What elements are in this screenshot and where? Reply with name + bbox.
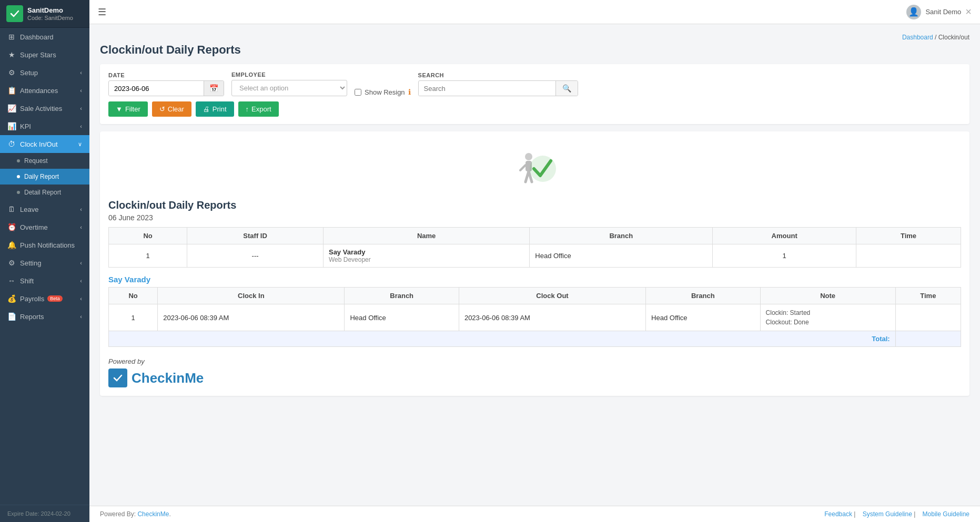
sidebar-label-attendances: Attendances: [20, 87, 58, 95]
sidebar-item-setup[interactable]: ⚙ Setup ‹: [0, 64, 89, 81]
sidebar-item-push-notifications[interactable]: 🔔 Push Notifications: [0, 236, 89, 254]
sale-activities-arrow: ‹: [80, 105, 82, 111]
user-area[interactable]: 👤 Sanit Demo: [906, 5, 961, 19]
show-resign-checkbox[interactable]: [355, 89, 361, 96]
print-button[interactable]: 🖨 Print: [196, 101, 234, 117]
employee-section-name[interactable]: Say Varady: [108, 275, 961, 284]
sidebar-item-sale-activities[interactable]: 📈 Sale Activities ‹: [0, 99, 89, 117]
note-line1: Clockin: Started: [766, 308, 890, 318]
clock-inout-arrow: ∨: [78, 141, 82, 148]
content-area: Dashboard / Clockin/out Clockin/out Dail…: [89, 24, 980, 506]
clear-icon: ↺: [159, 105, 165, 113]
sidebar-subitem-request[interactable]: Request: [0, 153, 89, 169]
breadcrumb: Dashboard / Clockin/out: [100, 34, 969, 41]
sidebar-label-dashboard: Dashboard: [20, 33, 54, 41]
show-resign-info-icon[interactable]: ℹ: [408, 88, 411, 96]
footer-feedback-link[interactable]: Feedback: [824, 510, 852, 518]
cell-branch: Head Office: [530, 244, 713, 268]
breadcrumb-separator: /: [935, 34, 938, 41]
col-time: Time: [856, 228, 961, 244]
detail-col-branch-in: Branch: [345, 288, 459, 304]
sidebar-label-sale-activities: Sale Activities: [20, 105, 62, 112]
sidebar-label-setting: Setting: [20, 259, 41, 267]
sidebar-item-leave[interactable]: 🗓 Leave ‹: [0, 200, 89, 218]
close-button[interactable]: ×: [965, 6, 972, 18]
detail-cell-branch-in: Head Office: [345, 304, 459, 331]
employee-label: Employee: [231, 71, 347, 78]
sidebar-subitem-daily-report[interactable]: Daily Report: [0, 169, 89, 185]
cell-no: 1: [109, 244, 187, 268]
detail-col-clock-in: Clock In: [158, 288, 345, 304]
calendar-icon[interactable]: 📅: [204, 81, 224, 96]
breadcrumb-home[interactable]: Dashboard: [902, 34, 933, 41]
svg-line-4: [520, 165, 526, 170]
sidebar-logo[interactable]: SanitDemo Code: SanitDemo: [0, 0, 89, 28]
powered-by-text: Powered by: [108, 357, 961, 365]
action-buttons: ▼ Filter ↺ Clear 🖨 Print ↑ Export: [108, 101, 961, 117]
sidebar-item-superstars[interactable]: ★ Super Stars: [0, 46, 89, 64]
export-button[interactable]: ↑ Export: [238, 101, 279, 117]
app-name: SanitDemo: [27, 6, 73, 15]
footer-sep1: |: [854, 510, 857, 518]
checkin-illustration: [514, 150, 556, 187]
footer-powered-by: Powered By:: [100, 510, 136, 518]
sidebar-item-dashboard[interactable]: ⊞ Dashboard: [0, 28, 89, 46]
search-button[interactable]: 🔍: [555, 81, 578, 96]
report-section: Clockin/out Daily Reports 06 June 2023 N…: [100, 131, 969, 396]
detail-table-header-row: No Clock In Branch Clock Out Branch Note…: [109, 288, 961, 304]
sale-activities-icon: 📈: [7, 104, 16, 112]
filter-icon: ▼: [116, 105, 123, 113]
detail-row: 1 2023-06-06 08:39 AM Head Office 2023-0…: [109, 304, 961, 331]
shift-icon: ↔: [7, 277, 16, 285]
detail-col-no: No: [109, 288, 158, 304]
leave-icon: 🗓: [7, 205, 16, 213]
table-row: 1 --- Say Varady Web Deveoper Head Offic…: [109, 244, 961, 268]
search-input[interactable]: [419, 81, 555, 96]
sidebar-label-reports: Reports: [20, 313, 44, 321]
footer-system-guideline-link[interactable]: System Guideline: [863, 510, 912, 518]
hamburger-icon[interactable]: ☰: [98, 6, 106, 18]
sidebar-label-payrolls: Payrolls: [20, 295, 44, 303]
sidebar-item-kpi[interactable]: 📊 KPI ‹: [0, 117, 89, 135]
clear-button[interactable]: ↺ Clear: [152, 101, 191, 117]
app-logo-icon: [6, 5, 23, 22]
footer-links: Feedback | System Guideline | Mobile Gui…: [819, 510, 969, 518]
reports-arrow: ‹: [80, 313, 82, 320]
sidebar-subitem-detail-report[interactable]: Detail Report: [0, 185, 89, 200]
employee-select[interactable]: Select an option: [231, 80, 347, 96]
filter-button[interactable]: ▼ Filter: [108, 101, 148, 117]
kpi-icon: 📊: [7, 122, 16, 130]
sidebar-item-payrolls[interactable]: 💰 Payrolls Beta ‹: [0, 290, 89, 308]
footer-mobile-guideline-link[interactable]: Mobile Guideline: [923, 510, 969, 518]
dashboard-icon: ⊞: [7, 33, 16, 41]
detail-cell-time: [895, 304, 961, 331]
checkinme-brand-text: CheckinMe: [132, 370, 204, 386]
employee-full-name: Say Varady: [329, 248, 524, 256]
detail-cell-clock-out: 2023-06-06 08:39 AM: [459, 304, 645, 331]
sidebar-item-shift[interactable]: ↔ Shift ‹: [0, 272, 89, 290]
export-icon: ↑: [246, 105, 249, 113]
search-field-group: Search 🔍: [418, 72, 578, 96]
sidebar-label-daily-report: Daily Report: [24, 173, 59, 180]
sidebar-item-setting[interactable]: ⚙ Setting ‹: [0, 254, 89, 272]
col-branch: Branch: [530, 228, 713, 244]
sidebar-label-detail-report: Detail Report: [24, 189, 61, 196]
checkin-image-area: [108, 140, 961, 194]
svg-point-0: [525, 153, 532, 160]
sidebar-label-request: Request: [24, 157, 48, 165]
app-code: Code: SanitDemo: [27, 15, 73, 21]
footer-dot: .: [169, 510, 170, 518]
sidebar-item-attendances[interactable]: 📋 Attendances ‹: [0, 81, 89, 99]
sidebar-item-reports[interactable]: 📄 Reports ‹: [0, 308, 89, 325]
checkinme-logo-square: [108, 369, 127, 387]
search-wrap: 🔍: [418, 80, 578, 96]
topbar: ☰ 👤 Sanit Demo ×: [89, 0, 980, 24]
total-label: Total:: [109, 331, 896, 347]
sidebar-item-overtime[interactable]: ⏰ Overtime ‹: [0, 218, 89, 236]
col-no: No: [109, 228, 187, 244]
checkinme-logo-svg: [112, 372, 124, 384]
date-input[interactable]: [109, 81, 204, 96]
footer-checkinme-link[interactable]: CheckinMe: [137, 510, 169, 518]
sidebar-item-clock-inout[interactable]: ⏱ Clock In/Out ∨: [0, 135, 89, 153]
detail-col-branch-out: Branch: [646, 288, 760, 304]
